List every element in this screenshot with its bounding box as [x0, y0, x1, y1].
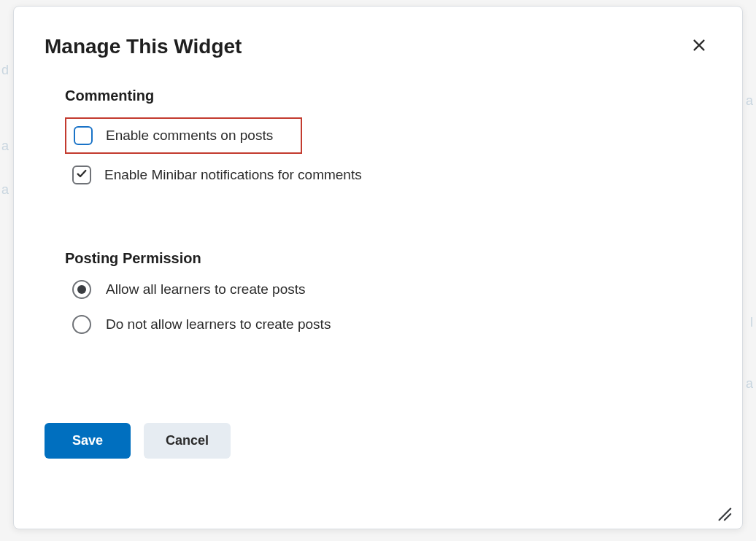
resize-handle[interactable] — [716, 505, 732, 521]
allow-all-radio[interactable] — [72, 280, 91, 299]
dialog-header: Manage This Widget — [14, 7, 742, 67]
dialog-body: Commenting Enable comments on posts Enab… — [14, 67, 742, 365]
enable-minibar-label: Enable Minibar notifications for comment… — [104, 167, 362, 183]
cancel-button[interactable]: Cancel — [144, 423, 231, 459]
close-button[interactable] — [687, 33, 711, 60]
posting-heading: Posting Permission — [65, 250, 711, 267]
allow-all-row: Allow all learners to create posts — [65, 280, 711, 299]
close-icon — [691, 37, 707, 55]
do-not-allow-row: Do not allow learners to create posts — [65, 315, 711, 334]
do-not-allow-radio[interactable] — [72, 315, 91, 334]
checkmark-icon — [76, 168, 88, 182]
enable-comments-highlight: Enable comments on posts — [65, 117, 302, 154]
svg-line-2 — [720, 509, 731, 521]
enable-minibar-row: Enable Minibar notifications for comment… — [65, 166, 711, 184]
enable-comments-checkbox[interactable] — [74, 126, 93, 145]
svg-line-3 — [725, 514, 730, 520]
commenting-heading: Commenting — [65, 87, 711, 104]
allow-all-label: Allow all learners to create posts — [106, 281, 306, 297]
dialog-footer: Save Cancel — [14, 423, 742, 479]
manage-widget-dialog: Manage This Widget Commenting Enable com… — [13, 6, 743, 529]
enable-comments-label: Enable comments on posts — [106, 128, 273, 144]
do-not-allow-label: Do not allow learners to create posts — [106, 316, 331, 332]
save-button[interactable]: Save — [45, 423, 131, 459]
enable-minibar-checkbox[interactable] — [72, 166, 91, 184]
dialog-title: Manage This Widget — [45, 35, 242, 58]
resize-icon — [716, 511, 732, 524]
